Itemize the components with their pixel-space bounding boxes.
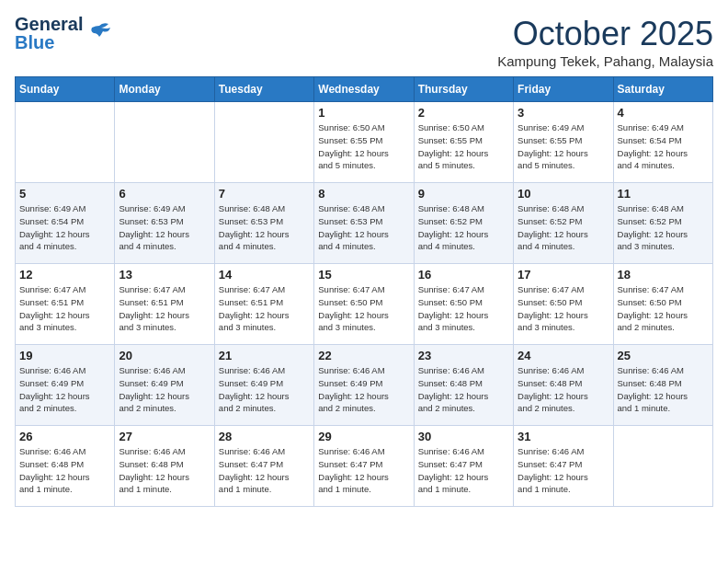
day-info: Sunrise: 6:47 AM Sunset: 6:51 PM Dayligh…	[119, 283, 210, 334]
day-info: Sunrise: 6:46 AM Sunset: 6:48 PM Dayligh…	[19, 445, 110, 496]
calendar-week-row: 1Sunrise: 6:50 AM Sunset: 6:55 PM Daylig…	[16, 102, 713, 183]
day-number: 31	[518, 430, 609, 443]
location-subtitle: Kampung Tekek, Pahang, Malaysia	[497, 53, 713, 69]
calendar-cell	[214, 102, 313, 183]
day-info: Sunrise: 6:48 AM Sunset: 6:52 PM Dayligh…	[518, 202, 609, 253]
day-info: Sunrise: 6:49 AM Sunset: 6:55 PM Dayligh…	[518, 121, 609, 172]
calendar-cell: 24Sunrise: 6:46 AM Sunset: 6:48 PM Dayli…	[514, 345, 613, 426]
calendar-cell: 7Sunrise: 6:48 AM Sunset: 6:53 PM Daylig…	[214, 183, 313, 264]
day-number: 27	[119, 430, 210, 443]
day-number: 5	[19, 187, 110, 201]
calendar-cell: 23Sunrise: 6:46 AM Sunset: 6:48 PM Dayli…	[414, 345, 513, 426]
day-number: 11	[618, 187, 709, 201]
weekday-header-wednesday: Wednesday	[314, 77, 414, 102]
calendar-cell: 25Sunrise: 6:46 AM Sunset: 6:48 PM Dayli…	[613, 345, 712, 426]
day-info: Sunrise: 6:48 AM Sunset: 6:52 PM Dayligh…	[618, 202, 709, 253]
day-info: Sunrise: 6:46 AM Sunset: 6:49 PM Dayligh…	[119, 364, 210, 415]
day-info: Sunrise: 6:47 AM Sunset: 6:51 PM Dayligh…	[219, 283, 310, 334]
calendar-cell: 3Sunrise: 6:49 AM Sunset: 6:55 PM Daylig…	[514, 102, 613, 183]
calendar-cell: 29Sunrise: 6:46 AM Sunset: 6:47 PM Dayli…	[314, 426, 414, 507]
calendar-cell: 14Sunrise: 6:47 AM Sunset: 6:51 PM Dayli…	[214, 264, 313, 345]
day-info: Sunrise: 6:50 AM Sunset: 6:55 PM Dayligh…	[418, 121, 509, 172]
day-info: Sunrise: 6:46 AM Sunset: 6:48 PM Dayligh…	[119, 445, 210, 496]
day-info: Sunrise: 6:46 AM Sunset: 6:49 PM Dayligh…	[219, 364, 310, 415]
calendar-cell: 26Sunrise: 6:46 AM Sunset: 6:48 PM Dayli…	[16, 426, 115, 507]
day-info: Sunrise: 6:47 AM Sunset: 6:51 PM Dayligh…	[19, 283, 110, 334]
calendar-cell: 28Sunrise: 6:46 AM Sunset: 6:47 PM Dayli…	[214, 426, 313, 507]
day-number: 19	[19, 349, 110, 362]
calendar-cell: 17Sunrise: 6:47 AM Sunset: 6:50 PM Dayli…	[514, 264, 613, 345]
day-info: Sunrise: 6:46 AM Sunset: 6:48 PM Dayligh…	[418, 364, 509, 415]
day-number: 16	[418, 268, 509, 282]
month-title: October 2025	[497, 15, 713, 53]
day-number: 29	[318, 430, 409, 443]
calendar-cell: 22Sunrise: 6:46 AM Sunset: 6:49 PM Dayli…	[314, 345, 414, 426]
calendar-cell: 13Sunrise: 6:47 AM Sunset: 6:51 PM Dayli…	[115, 264, 214, 345]
calendar-cell: 1Sunrise: 6:50 AM Sunset: 6:55 PM Daylig…	[314, 102, 414, 183]
weekday-header-monday: Monday	[115, 77, 214, 102]
calendar-table: SundayMondayTuesdayWednesdayThursdayFrid…	[15, 76, 713, 507]
day-info: Sunrise: 6:48 AM Sunset: 6:53 PM Dayligh…	[318, 202, 409, 253]
calendar-cell	[16, 102, 115, 183]
logo-blue: Blue	[15, 33, 83, 52]
calendar-cell	[115, 102, 214, 183]
day-number: 12	[19, 268, 110, 282]
weekday-header-saturday: Saturday	[613, 77, 712, 102]
day-number: 26	[19, 430, 110, 443]
calendar-cell: 10Sunrise: 6:48 AM Sunset: 6:52 PM Dayli…	[514, 183, 613, 264]
day-number: 25	[618, 349, 709, 362]
day-info: Sunrise: 6:46 AM Sunset: 6:47 PM Dayligh…	[518, 445, 609, 496]
title-block: October 2025 Kampung Tekek, Pahang, Mala…	[497, 15, 713, 69]
logo-bird-icon	[86, 20, 112, 46]
calendar-week-row: 19Sunrise: 6:46 AM Sunset: 6:49 PM Dayli…	[16, 345, 713, 426]
day-number: 10	[518, 187, 609, 201]
day-info: Sunrise: 6:46 AM Sunset: 6:47 PM Dayligh…	[418, 445, 509, 496]
calendar-cell: 2Sunrise: 6:50 AM Sunset: 6:55 PM Daylig…	[414, 102, 513, 183]
calendar-cell: 15Sunrise: 6:47 AM Sunset: 6:50 PM Dayli…	[314, 264, 414, 345]
calendar-cell: 4Sunrise: 6:49 AM Sunset: 6:54 PM Daylig…	[613, 102, 712, 183]
day-info: Sunrise: 6:46 AM Sunset: 6:49 PM Dayligh…	[318, 364, 409, 415]
day-number: 9	[418, 187, 509, 201]
calendar-cell: 30Sunrise: 6:46 AM Sunset: 6:47 PM Dayli…	[414, 426, 513, 507]
day-info: Sunrise: 6:46 AM Sunset: 6:48 PM Dayligh…	[518, 364, 609, 415]
calendar-cell: 11Sunrise: 6:48 AM Sunset: 6:52 PM Dayli…	[613, 183, 712, 264]
calendar-week-row: 5Sunrise: 6:49 AM Sunset: 6:54 PM Daylig…	[16, 183, 713, 264]
day-info: Sunrise: 6:49 AM Sunset: 6:54 PM Dayligh…	[19, 202, 110, 253]
calendar-cell: 19Sunrise: 6:46 AM Sunset: 6:49 PM Dayli…	[16, 345, 115, 426]
day-number: 15	[318, 268, 409, 282]
calendar-cell: 6Sunrise: 6:49 AM Sunset: 6:53 PM Daylig…	[115, 183, 214, 264]
weekday-header-tuesday: Tuesday	[214, 77, 313, 102]
calendar-week-row: 26Sunrise: 6:46 AM Sunset: 6:48 PM Dayli…	[16, 426, 713, 507]
day-info: Sunrise: 6:50 AM Sunset: 6:55 PM Dayligh…	[318, 121, 409, 172]
day-info: Sunrise: 6:46 AM Sunset: 6:47 PM Dayligh…	[219, 445, 310, 496]
day-number: 6	[119, 187, 210, 201]
calendar-cell: 21Sunrise: 6:46 AM Sunset: 6:49 PM Dayli…	[214, 345, 313, 426]
day-number: 18	[618, 268, 709, 282]
calendar-cell: 27Sunrise: 6:46 AM Sunset: 6:48 PM Dayli…	[115, 426, 214, 507]
logo-general: General	[15, 15, 83, 33]
calendar-cell: 9Sunrise: 6:48 AM Sunset: 6:52 PM Daylig…	[414, 183, 513, 264]
calendar-cell: 20Sunrise: 6:46 AM Sunset: 6:49 PM Dayli…	[115, 345, 214, 426]
day-number: 20	[119, 349, 210, 362]
day-number: 8	[318, 187, 409, 201]
day-info: Sunrise: 6:46 AM Sunset: 6:48 PM Dayligh…	[618, 364, 709, 415]
day-info: Sunrise: 6:47 AM Sunset: 6:50 PM Dayligh…	[618, 283, 709, 334]
weekday-header-thursday: Thursday	[414, 77, 513, 102]
weekday-header-friday: Friday	[514, 77, 613, 102]
logo: General Blue	[15, 15, 112, 52]
page-header: General Blue October 2025 Kampung Tekek,…	[15, 15, 713, 69]
day-number: 13	[119, 268, 210, 282]
day-number: 1	[318, 106, 409, 120]
calendar-cell: 18Sunrise: 6:47 AM Sunset: 6:50 PM Dayli…	[613, 264, 712, 345]
day-number: 28	[219, 430, 310, 443]
day-info: Sunrise: 6:47 AM Sunset: 6:50 PM Dayligh…	[518, 283, 609, 334]
day-number: 4	[618, 106, 709, 120]
day-info: Sunrise: 6:46 AM Sunset: 6:47 PM Dayligh…	[318, 445, 409, 496]
day-info: Sunrise: 6:49 AM Sunset: 6:53 PM Dayligh…	[119, 202, 210, 253]
calendar-cell: 5Sunrise: 6:49 AM Sunset: 6:54 PM Daylig…	[16, 183, 115, 264]
day-number: 3	[518, 106, 609, 120]
day-number: 17	[518, 268, 609, 282]
day-info: Sunrise: 6:48 AM Sunset: 6:53 PM Dayligh…	[219, 202, 310, 253]
weekday-header-sunday: Sunday	[16, 77, 115, 102]
day-number: 24	[518, 349, 609, 362]
